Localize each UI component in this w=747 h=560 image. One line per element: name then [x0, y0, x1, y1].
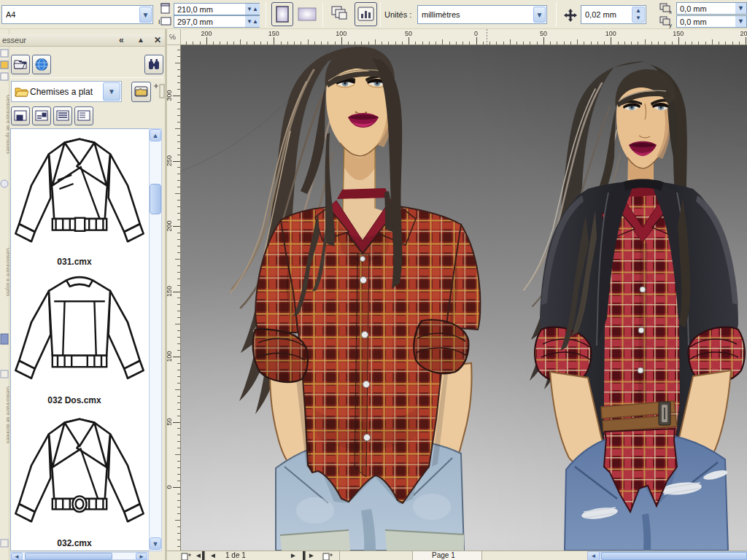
svg-text:50: 50: [540, 30, 547, 37]
svg-text:200: 200: [201, 30, 212, 37]
svg-text:℅: ℅: [169, 33, 176, 41]
svg-text:200: 200: [167, 220, 173, 231]
svg-text:100: 100: [167, 351, 173, 362]
svg-text:300: 300: [167, 90, 173, 101]
svg-text:250: 250: [167, 155, 173, 166]
svg-text:0: 0: [474, 30, 478, 37]
svg-text:200: 200: [740, 30, 747, 37]
svg-text:Gestionnaire d objets: Gestionnaire d objets: [5, 248, 9, 297]
svg-text:150: 150: [167, 286, 173, 297]
svg-text:I: I: [158, 18, 160, 26]
svg-text:50: 50: [405, 30, 412, 37]
svg-text:x: x: [669, 9, 672, 15]
svg-text:100: 100: [605, 30, 616, 37]
svg-text:150: 150: [673, 30, 684, 37]
svg-text:50: 50: [167, 418, 173, 425]
svg-text:150: 150: [268, 30, 279, 37]
svg-text:y: y: [669, 22, 672, 28]
svg-text:100: 100: [336, 30, 347, 37]
svg-text:Gestionnaire de symboles: Gestionnaire de symboles: [5, 95, 9, 154]
svg-text:0: 0: [167, 485, 173, 489]
